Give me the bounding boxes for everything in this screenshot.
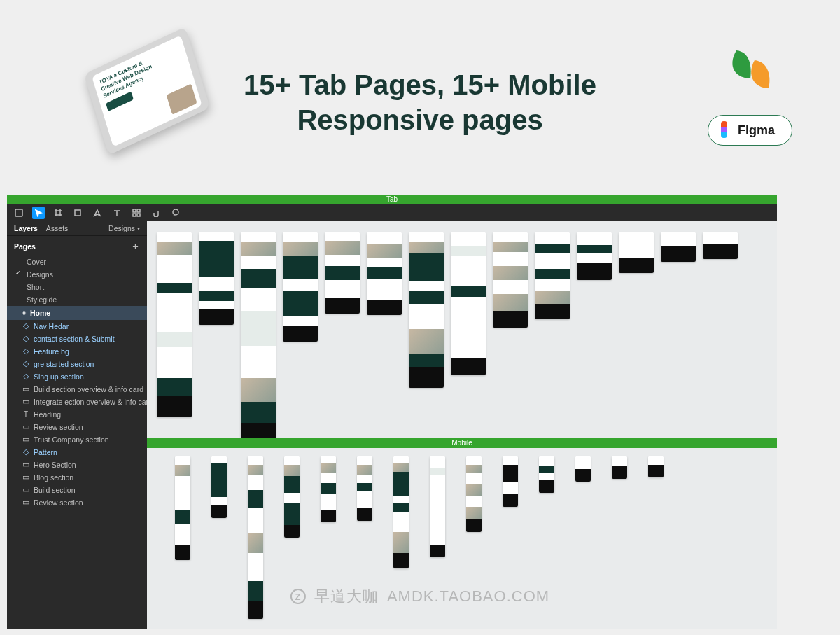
figma-icon xyxy=(718,121,731,139)
tab-artboards-row xyxy=(157,232,767,444)
text-icon: T xyxy=(22,410,29,417)
text-tool-icon[interactable] xyxy=(111,207,123,219)
svg-rect-4 xyxy=(133,214,136,216)
layer-item[interactable]: ◇contact section & Submit xyxy=(7,333,147,345)
pen-tool-icon[interactable] xyxy=(91,207,104,219)
artboard[interactable] xyxy=(535,232,570,319)
layer-item[interactable]: ◇Pattern xyxy=(7,446,147,459)
artboard[interactable] xyxy=(241,232,276,444)
artboard[interactable] xyxy=(503,456,518,507)
pages-header-label: Pages xyxy=(14,242,36,251)
artboard[interactable] xyxy=(157,232,192,417)
watermark-text-url: AMDK.TAOBAO.COM xyxy=(387,587,550,606)
page-item[interactable]: Stylegide xyxy=(7,293,147,306)
artboard[interactable] xyxy=(430,456,445,557)
layer-item[interactable]: THeading xyxy=(7,408,147,421)
svg-rect-0 xyxy=(15,209,22,216)
frame-icon: ▭ xyxy=(22,423,29,430)
component-icon: ◇ xyxy=(22,347,29,354)
brand-leaf-logo xyxy=(722,50,778,94)
shape-tool-icon[interactable] xyxy=(71,207,84,219)
artboard[interactable] xyxy=(577,232,612,280)
artboard[interactable] xyxy=(539,456,554,493)
figma-editor: Tab Layers Assets Designs ▾ xyxy=(7,195,777,629)
tablet-headline-2: Creative Web Design xyxy=(100,50,181,93)
artboard[interactable] xyxy=(619,232,654,273)
hero: TOYA a Custom & Creative Web Design Serv… xyxy=(0,0,840,182)
artboard[interactable] xyxy=(211,456,227,518)
watermark-icon: Z xyxy=(290,589,306,604)
layer-item[interactable]: ▭Blog section xyxy=(7,471,147,484)
layer-item[interactable]: ◇Feature bg xyxy=(7,345,147,358)
artboard[interactable] xyxy=(284,456,300,538)
frame-icon: ▭ xyxy=(22,486,29,493)
frame-icon: ▭ xyxy=(22,461,29,468)
artboard[interactable] xyxy=(325,232,360,314)
figma-badge-label: Figma xyxy=(738,123,775,138)
layer-item[interactable]: ▭Trust Company section xyxy=(7,433,147,446)
panel-tab-assets[interactable]: Assets xyxy=(46,224,69,232)
figma-toolbar xyxy=(7,204,777,221)
svg-point-6 xyxy=(173,209,178,215)
figma-canvas[interactable]: Mobile xyxy=(147,221,777,629)
pages-list: CoverDesignsShortStylegide xyxy=(7,256,147,306)
layer-item[interactable]: ◇gre started section xyxy=(7,358,147,370)
page-item[interactable]: Short xyxy=(7,281,147,293)
artboard[interactable] xyxy=(175,456,190,560)
component-icon: ◇ xyxy=(22,335,29,342)
layer-item[interactable]: ▭Build section xyxy=(7,484,147,496)
layer-item[interactable]: ▭Integrate ection overview & info card xyxy=(7,396,147,408)
figma-badge: Figma xyxy=(708,115,792,146)
svg-rect-5 xyxy=(137,214,140,216)
layers-list: ◇Nav Hedar◇contact section & Submit◇Feat… xyxy=(7,320,147,509)
resources-tool-icon[interactable] xyxy=(130,207,143,219)
add-page-icon[interactable]: ＋ xyxy=(131,240,140,253)
artboard[interactable] xyxy=(661,232,696,262)
component-icon: ◇ xyxy=(22,322,29,329)
artboard[interactable] xyxy=(321,456,336,522)
layer-item[interactable]: ◇Nav Hedar xyxy=(7,320,147,333)
layer-item[interactable]: ▭Build section overview & info card xyxy=(7,383,147,396)
svg-rect-3 xyxy=(137,209,140,212)
page-item[interactable]: Designs xyxy=(7,268,147,281)
artboard[interactable] xyxy=(199,232,234,325)
layer-item[interactable]: ▭Review section xyxy=(7,496,147,509)
artboard[interactable] xyxy=(451,232,486,375)
main-menu-icon[interactable] xyxy=(13,207,25,219)
panel-tab-layers[interactable]: Layers xyxy=(14,224,38,232)
artboard[interactable] xyxy=(612,456,627,479)
page-item[interactable]: Cover xyxy=(7,256,147,268)
watermark: Z 早道大咖 AMDK.TAOBAO.COM xyxy=(290,586,550,607)
frame-icon: ▭ xyxy=(22,498,29,505)
instance-icon: ◇ xyxy=(22,448,29,455)
frame-icon: ▭ xyxy=(22,398,29,405)
artboard[interactable] xyxy=(493,232,528,328)
svg-rect-2 xyxy=(133,209,136,212)
page-title: 15+ Tab Pages, 15+ Mobile Responsive pag… xyxy=(175,67,665,137)
move-tool-icon[interactable] xyxy=(32,207,45,219)
artboard[interactable] xyxy=(466,456,482,532)
frame-home[interactable]: ⌗ Home xyxy=(7,306,147,320)
frame-icon: ▭ xyxy=(22,473,29,480)
artboard[interactable] xyxy=(283,232,318,342)
figma-left-panel: Layers Assets Designs ▾ Pages ＋ CoverDes… xyxy=(7,221,147,629)
artboard[interactable] xyxy=(357,456,372,521)
artboard[interactable] xyxy=(703,232,738,259)
chevron-down-icon: ▾ xyxy=(137,225,140,232)
layer-item[interactable]: ▭Review section xyxy=(7,421,147,433)
panel-designs-dropdown[interactable]: Designs xyxy=(108,224,135,232)
artboard[interactable] xyxy=(367,232,402,315)
artboard[interactable] xyxy=(409,232,444,388)
hand-tool-icon[interactable] xyxy=(150,207,162,219)
frame-tool-icon[interactable] xyxy=(52,207,64,219)
artboard[interactable] xyxy=(393,456,409,568)
artboard[interactable] xyxy=(648,456,664,477)
artboard[interactable] xyxy=(575,456,591,482)
frame-icon: ⌗ xyxy=(22,309,26,317)
component-icon: ◇ xyxy=(22,372,29,379)
comment-tool-icon[interactable] xyxy=(169,207,182,219)
layer-item[interactable]: ◇Sing up section xyxy=(7,370,147,383)
artboard[interactable] xyxy=(248,456,263,619)
frame-icon: ▭ xyxy=(22,385,29,392)
layer-item[interactable]: ▭Hero Section xyxy=(7,459,147,471)
